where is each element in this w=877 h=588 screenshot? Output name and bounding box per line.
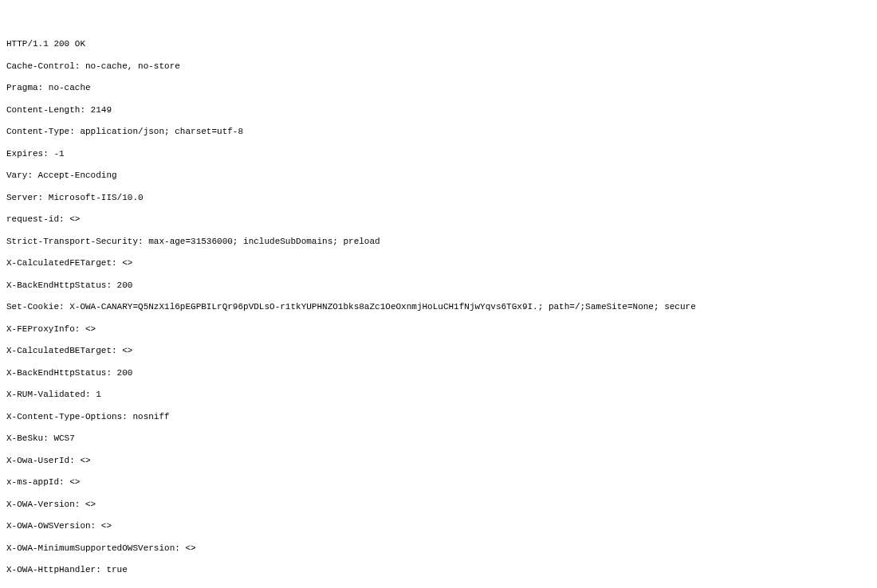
http-header-line: X-BackEndHttpStatus: 200 (6, 368, 871, 379)
http-header-line: X-RUM-Validated: 1 (6, 390, 871, 401)
http-header-line: Vary: Accept-Encoding (6, 171, 871, 182)
http-header-line: Strict-Transport-Security: max-age=31536… (6, 237, 871, 248)
http-header-line: Server: Microsoft-IIS/10.0 (6, 193, 871, 204)
http-header-line: X-OWA-Version: <> (6, 500, 871, 511)
http-header-line: Content-Type: application/json; charset=… (6, 127, 871, 138)
http-header-line: X-OWA-HttpHandler: true (6, 565, 871, 576)
http-header-line: Cache-Control: no-cache, no-store (6, 61, 871, 73)
http-header-line: Expires: -1 (6, 149, 871, 160)
http-header-line: X-Owa-UserId: <> (6, 456, 871, 467)
http-header-line: X-CalculatedBETarget: <> (6, 346, 871, 357)
http-header-line: Pragma: no-cache (6, 83, 871, 94)
http-header-line: x-ms-appId: <> (6, 477, 871, 488)
http-header-line: X-FEProxyInfo: <> (6, 324, 871, 335)
http-header-line: request-id: <> (6, 214, 871, 225)
http-header-line: X-Content-Type-Options: nosniff (6, 412, 871, 423)
http-header-line: HTTP/1.1 200 OK (6, 39, 871, 50)
http-header-line: X-OWA-MinimumSupportedOWSVersion: <> (6, 543, 871, 555)
http-header-line: X-BackEndHttpStatus: 200 (6, 280, 871, 292)
http-header-line: X-CalculatedFETarget: <> (6, 258, 871, 269)
http-header-line: Content-Length: 2149 (6, 105, 871, 116)
http-header-line: Set-Cookie: X-OWA-CANARY=Q5NzX1l6pEGPBIL… (6, 302, 871, 313)
http-header-line: X-BeSku: WCS7 (6, 433, 871, 445)
http-header-line: X-OWA-OWSVersion: <> (6, 521, 871, 532)
